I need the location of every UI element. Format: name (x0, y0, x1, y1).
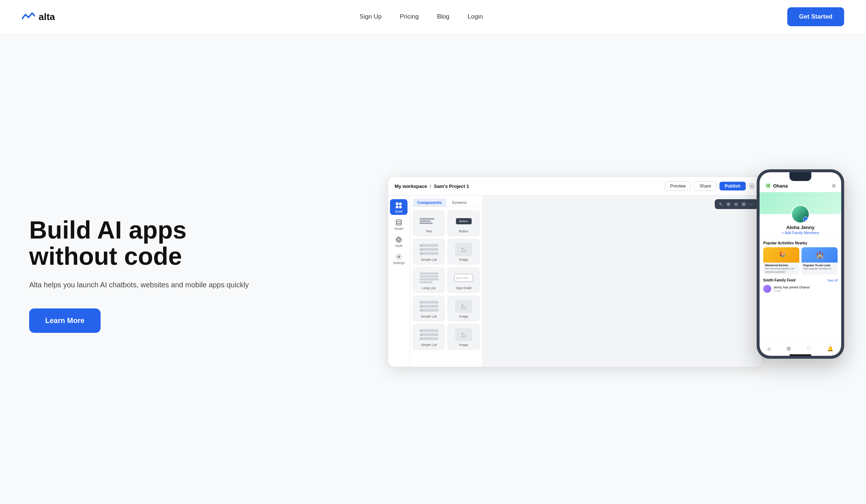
breadcrumb-project: Sam's Project 1 (434, 184, 469, 189)
builder-sidebar: Build Model Style Settings (388, 196, 410, 367)
builder-breadcrumb: My workspace / Sam's Project 1 (395, 184, 469, 189)
feed-see-all[interactable]: See All (827, 279, 838, 282)
feed-item: Jenny has joined Ohana! Today (760, 283, 841, 294)
logo-text: alta (39, 11, 55, 23)
svg-point-8 (398, 239, 400, 241)
sidebar-style[interactable]: Style (390, 233, 407, 249)
phone-settings-icon[interactable]: ⚙ (832, 183, 836, 189)
component-button[interactable]: Button Button (448, 210, 480, 236)
activity-todo-image: 🏰 (801, 247, 838, 263)
logo-area: alta (22, 11, 55, 23)
sidebar-settings[interactable]: Settings (390, 251, 407, 266)
close-button[interactable]: × (749, 183, 755, 189)
builder-window: My workspace / Sam's Project 1 Preview S… (388, 177, 762, 367)
profile-avatar: ✓ (791, 205, 810, 223)
builder-header: My workspace / Sam's Project 1 Preview S… (388, 177, 762, 196)
breadcrumb-workspace: My workspace (395, 184, 427, 189)
activity-card-todo[interactable]: 🏰 Popular To-do Lists View popular vacat… (801, 247, 838, 275)
nav-pricing[interactable]: Pricing (400, 13, 419, 20)
phone-mockup: 🌿 Ohana ⚙ ✓ Aloha Jenny + Add Family Me (757, 169, 844, 359)
sidebar-model[interactable]: Model (390, 216, 407, 232)
nav-links: Sign Up Pricing Blog Login (360, 13, 483, 20)
tab-screens[interactable]: Screens (448, 198, 471, 206)
activity-weekend-title: Weekend Events (765, 264, 797, 267)
svg-point-17 (462, 304, 463, 306)
activity-weekend-image: 🎉 (763, 247, 799, 263)
panel-tabs: Components Screens (410, 196, 483, 207)
builder-header-actions: Preview Share Publish × (665, 181, 755, 191)
feed-title: Smith Family Feed (763, 278, 795, 282)
get-started-button[interactable]: Get Started (787, 7, 844, 26)
nav-blog[interactable]: Blog (437, 13, 449, 20)
svg-rect-4 (396, 220, 401, 225)
phone-app-name: 🌿 Ohana (765, 182, 788, 189)
component-long-list[interactable]: Long List (413, 267, 445, 293)
sidebar-build[interactable]: Build (390, 199, 407, 215)
share-button[interactable]: Share (694, 181, 717, 191)
profile-verified-icon: ✓ (803, 217, 809, 223)
builder-body: Build Model Style Settings (388, 196, 762, 367)
activity-todo-title: Popular To-do Lists (803, 264, 836, 267)
component-simple-list-1[interactable]: Simple List (413, 239, 445, 264)
phone-notch (789, 172, 811, 181)
phone-nav-home-icon[interactable]: ⌂ (768, 346, 771, 351)
app-icon: 🌿 (765, 182, 771, 189)
phone-nav-grid-icon[interactable]: ⊞ (787, 346, 791, 351)
svg-rect-3 (399, 206, 402, 208)
component-simple-list-2[interactable]: Simple List (413, 296, 445, 321)
activity-card-weekend[interactable]: 🎉 Weekend Events See recommendations for… (763, 247, 799, 275)
components-grid: Text Button Button (410, 207, 483, 353)
preview-button[interactable]: Preview (665, 181, 691, 191)
activities-title: Popular Activities Nearby (763, 241, 838, 245)
builder-canvas: ↖ ⊕ ⊖ ⊞ ⋯ (483, 196, 762, 367)
svg-rect-0 (396, 202, 398, 205)
svg-point-13 (398, 256, 400, 258)
hero-left: Build AI apps without code Alta helps yo… (29, 217, 371, 333)
phone-nav-bell-icon[interactable]: 🔔 (827, 346, 833, 351)
canvas-cursor-tool[interactable]: ↖ (718, 201, 724, 208)
component-image-1[interactable]: Image (448, 239, 480, 264)
phone-nav-heart-icon[interactable]: ♡ (807, 346, 811, 351)
hero-section: Build AI apps without code Alta helps yo… (0, 34, 866, 504)
phone-screen: 🌿 Ohana ⚙ ✓ Aloha Jenny + Add Family Me (760, 172, 841, 356)
canvas-grid-tool[interactable]: ⊞ (741, 201, 747, 208)
profile-name: Aloha Jenny (786, 225, 814, 230)
svg-point-19 (462, 333, 463, 334)
component-image-3[interactable]: Image (448, 324, 480, 350)
feed-item-date: Today (773, 289, 810, 292)
activities-section: Popular Activities Nearby 🎉 Weekend Even… (760, 238, 841, 276)
svg-rect-2 (396, 206, 398, 208)
component-simple-list-3[interactable]: Simple List (413, 324, 445, 350)
logo-icon (22, 12, 35, 22)
hero-right: My workspace / Sam's Project 1 Preview S… (388, 169, 844, 381)
nav-signup[interactable]: Sign Up (360, 13, 382, 20)
feed-item-text: Jenny has joined Ohana! (773, 286, 810, 289)
canvas-toolbar: ↖ ⊕ ⊖ ⊞ ⋯ (715, 199, 758, 209)
tab-components[interactable]: Components (413, 198, 446, 206)
activities-row: 🎉 Weekend Events See recommendations for… (763, 247, 838, 275)
feed-item-content: Jenny has joined Ohana! Today (773, 286, 810, 292)
components-panel: Components Screens (410, 196, 483, 367)
phone-bottom-nav: ⌂ ⊞ ♡ 🔔 (760, 342, 841, 353)
add-family-button[interactable]: + Add Family Members (782, 231, 819, 235)
navbar: alta Sign Up Pricing Blog Login Get Star… (0, 0, 866, 34)
canvas-zoom-out-tool[interactable]: ⊖ (733, 201, 739, 208)
component-image-2[interactable]: Image (448, 296, 480, 321)
hero-subtitle: Alta helps you launch AI chatbots, websi… (29, 279, 371, 290)
component-input-field[interactable]: Input Field Input Field (448, 267, 480, 293)
feed-avatar (763, 285, 771, 293)
phone-home-indicator (789, 354, 811, 356)
activity-todo-info: Popular To-do Lists View popular vacatio… (801, 263, 838, 271)
nav-login[interactable]: Login (468, 13, 483, 20)
canvas-zoom-in-tool[interactable]: ⊕ (725, 201, 732, 208)
learn-more-button[interactable]: Learn More (29, 308, 101, 333)
publish-button[interactable]: Publish (719, 182, 745, 190)
component-text[interactable]: Text (413, 210, 445, 236)
activity-weekend-info: Weekend Events See recommendations for w… (763, 263, 799, 275)
canvas-more-tool[interactable]: ⋯ (748, 201, 755, 208)
feed-header: Smith Family Feed See All (760, 276, 841, 283)
hero-title: Build AI apps without code (29, 217, 371, 269)
svg-rect-1 (399, 202, 402, 205)
svg-point-15 (462, 248, 463, 249)
activity-todo-desc: View popular vacation to... (803, 267, 836, 270)
